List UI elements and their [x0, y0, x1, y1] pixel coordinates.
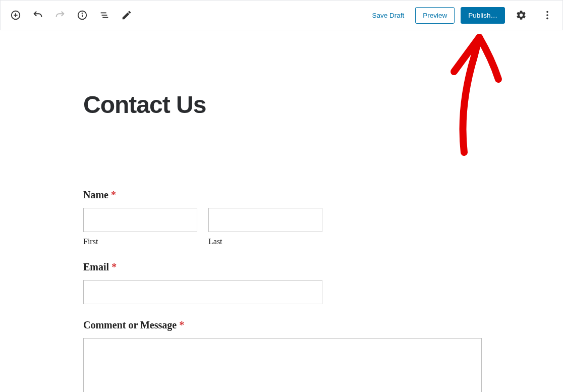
toolbar-right-group: Save Draft Preview Publish… — [367, 5, 557, 25]
first-name-sublabel: First — [83, 237, 197, 246]
undo-icon — [32, 10, 43, 21]
name-label: Name * — [83, 189, 563, 201]
message-textarea[interactable] — [83, 338, 482, 392]
toolbar-left-group — [6, 5, 137, 25]
svg-point-5 — [82, 13, 83, 14]
required-marker: * — [111, 261, 117, 272]
last-name-input[interactable] — [208, 208, 322, 232]
first-name-input[interactable] — [83, 208, 197, 232]
message-label: Comment or Message * — [83, 319, 563, 331]
name-field: Name * First Last — [83, 189, 563, 246]
name-label-text: Name — [83, 189, 108, 200]
undo-button[interactable] — [28, 5, 48, 25]
settings-button[interactable] — [511, 5, 531, 25]
preview-button[interactable]: Preview — [415, 7, 455, 24]
first-name-column: First — [83, 208, 197, 246]
list-icon — [99, 10, 110, 21]
required-marker: * — [179, 319, 184, 330]
last-name-sublabel: Last — [208, 237, 322, 246]
edit-button[interactable] — [117, 5, 137, 25]
email-label: Email * — [83, 261, 563, 273]
page-title[interactable]: Contact Us — [83, 91, 563, 119]
email-field: Email * — [83, 261, 563, 304]
editor-toolbar: Save Draft Preview Publish… — [0, 0, 563, 30]
redo-button[interactable] — [50, 5, 70, 25]
add-block-button[interactable] — [6, 5, 26, 25]
info-button[interactable] — [72, 5, 92, 25]
info-circle-icon — [77, 10, 88, 21]
email-input[interactable] — [83, 280, 322, 304]
name-row: First Last — [83, 208, 563, 246]
last-name-column: Last — [208, 208, 322, 246]
gear-icon — [516, 10, 527, 21]
plus-circle-icon — [10, 10, 21, 21]
pencil-icon — [121, 10, 132, 21]
more-options-button[interactable] — [537, 5, 557, 25]
more-vertical-icon — [542, 10, 553, 21]
save-draft-button[interactable]: Save Draft — [367, 8, 409, 23]
message-label-text: Comment or Message — [83, 319, 177, 330]
redo-icon — [54, 10, 66, 21]
message-field: Comment or Message * — [83, 319, 563, 392]
editor-content: Contact Us Name * First Last Email * Com… — [0, 30, 563, 392]
outline-button[interactable] — [94, 5, 115, 25]
svg-point-9 — [546, 11, 548, 13]
required-marker: * — [111, 189, 116, 200]
email-label-text: Email — [83, 261, 109, 272]
svg-point-10 — [546, 14, 548, 16]
publish-button[interactable]: Publish… — [461, 7, 505, 24]
svg-point-11 — [546, 18, 548, 20]
